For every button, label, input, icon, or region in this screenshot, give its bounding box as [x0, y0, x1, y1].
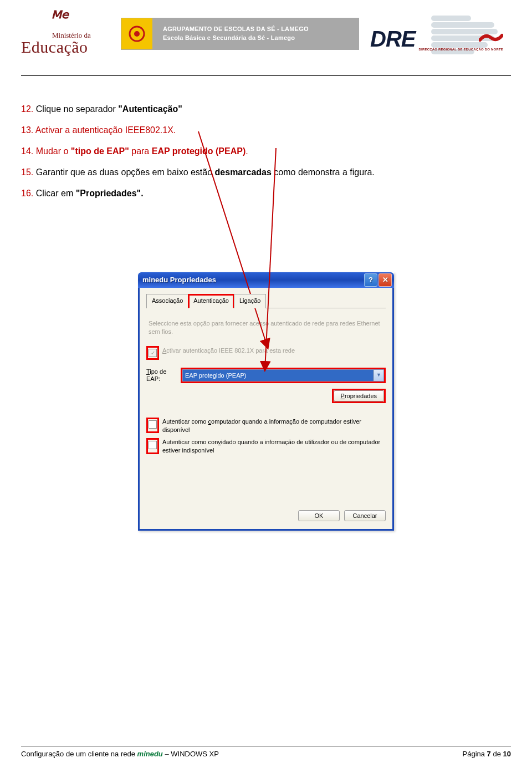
eap-select-highlight: EAP protegido (PEAP) ▼	[181, 368, 386, 383]
banner-line1: AGRUPAMENTO DE ESCOLAS DA SÉ - LAMEGO	[163, 25, 309, 34]
dialog-title: minedu Propriedades	[142, 274, 363, 286]
ministerio-educacao-logo: ᴹᵉ Ministério da Educação	[21, 8, 110, 63]
chk-guest-row: Autenticar como convidado quando a infor…	[146, 438, 386, 455]
properties-button-highlight: PPropriedadesropriedades	[332, 389, 386, 403]
school-banner: AGRUPAMENTO DE ESCOLAS DA SÉ - LAMEGO Es…	[121, 18, 359, 50]
instruction-14: 14. Mudar o "tipo de EAP" para EAP prote…	[21, 145, 511, 158]
eap-type-row: Tipo de EAP: EAP protegido (PEAP) ▼	[146, 368, 386, 383]
tab-ligacao[interactable]: Ligação	[234, 294, 267, 308]
chk-8021x-row: ✓ AActivar autenticação IEEE 802.1X para…	[146, 346, 386, 360]
chk-guest-highlight	[146, 438, 159, 454]
banner-square-icon	[121, 18, 152, 49]
dialog-bottom-buttons: OK Cancelar	[146, 510, 386, 521]
chk-8021x-highlight: ✓	[146, 346, 159, 360]
eap-type-label: Tipo de EAP:	[146, 368, 174, 383]
help-button[interactable]: ?	[364, 273, 377, 287]
banner-text: AGRUPAMENTO DE ESCOLAS DA SÉ - LAMEGO Es…	[153, 25, 309, 43]
document-page: ᴹᵉ Ministério da Educação AGRUPAMENTO DE…	[0, 0, 532, 768]
properties-button[interactable]: PPropriedadesropriedades	[334, 390, 384, 401]
chk-guest-label: Autenticar como convidado quando a infor…	[162, 438, 386, 455]
logo-ministerio-main: Educação	[21, 38, 88, 57]
chk-computer-highlight	[146, 418, 159, 434]
xp-properties-dialog: minedu Propriedades ? ✕ Associação Auten…	[138, 272, 394, 531]
instruction-13: 13. Activar a autenticação IEEE802.1X.	[21, 124, 511, 137]
properties-button-row: PPropriedadesropriedades	[146, 389, 386, 403]
chk-8021x-checkbox[interactable]: ✓	[149, 349, 157, 357]
tabs-row: Associação Autenticação Ligação	[146, 293, 386, 308]
page-header: ᴹᵉ Ministério da Educação AGRUPAMENTO DE…	[21, 8, 511, 65]
footer-divider	[21, 746, 511, 746]
chk-computer-row: Autenticar como computador quando a info…	[146, 418, 386, 434]
dren-text: DRE	[370, 27, 415, 52]
eap-dropdown-arrow-icon[interactable]: ▼	[374, 369, 384, 382]
ok-button[interactable]: OK	[298, 510, 340, 521]
tab-associacao[interactable]: Associação	[146, 294, 188, 308]
instruction-16: 16. Clicar em "Propriedades".	[21, 187, 511, 200]
page-footer: Configuração de um cliente na rede mined…	[21, 746, 511, 758]
eap-type-select[interactable]: EAP protegido (PEAP)	[182, 369, 374, 382]
chk-guest-checkbox[interactable]	[149, 441, 157, 449]
dialog-hint-text: Seleccione esta opção para fornecer aces…	[149, 319, 383, 337]
tab-autenticacao[interactable]: Autenticação	[188, 294, 234, 308]
chk-computer-label: Autenticar como computador quando a info…	[162, 418, 386, 434]
svg-point-1	[134, 31, 140, 37]
banner-line2: Escola Básica e Secundária da Sé - Lameg…	[163, 34, 309, 43]
instruction-15: 15. Garantir que as duas opções em baixo…	[21, 166, 511, 179]
instructions-block: 12. Clique no separador "Autenticação" 1…	[21, 76, 511, 531]
instruction-12: 12. Clique no separador "Autenticação"	[21, 103, 511, 116]
chk-8021x-label: AActivar autenticação IEEE 802.1X para e…	[162, 346, 295, 355]
dialog-titlebar[interactable]: minedu Propriedades ? ✕	[138, 272, 394, 288]
chk-computer-checkbox[interactable]	[149, 420, 157, 429]
dren-tilde-icon	[479, 31, 503, 44]
dialog-body: Associação Autenticação Ligação Seleccio…	[138, 288, 394, 531]
logo-mp-icon: ᴹᵉ	[50, 7, 68, 29]
cancel-button[interactable]: Cancelar	[344, 510, 386, 521]
footer-right: Página 7 de 10	[463, 750, 511, 758]
close-button[interactable]: ✕	[378, 273, 392, 287]
footer-left: Configuração de um cliente na rede mined…	[21, 750, 219, 758]
dren-logo: DRE DIRECÇÃO REGIONAL DE EDUCAÇÃO DO NOR…	[370, 16, 503, 65]
dren-subtitle: DIRECÇÃO REGIONAL DE EDUCAÇÃO DO NORTE	[419, 48, 504, 51]
